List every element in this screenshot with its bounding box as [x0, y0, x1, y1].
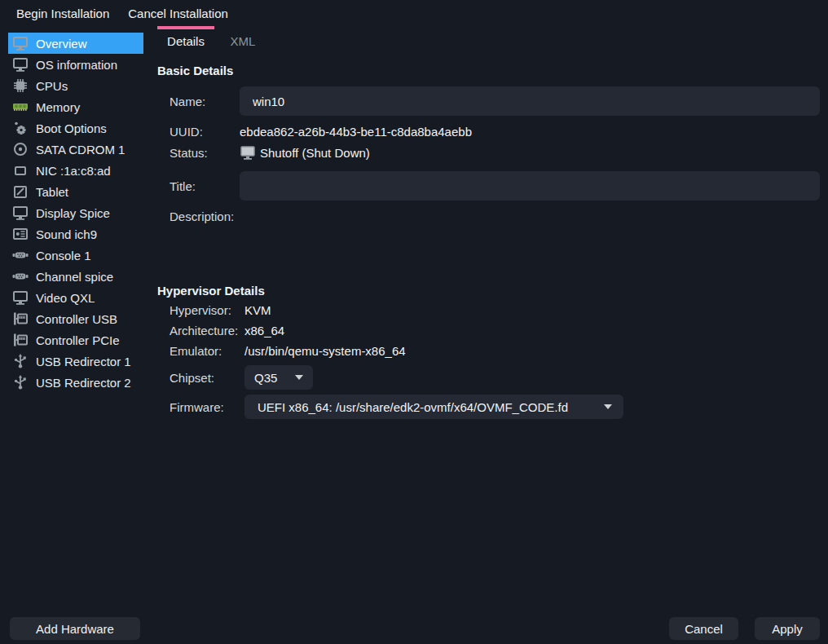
sidebar-item-usb-redirector-1[interactable]: USB Redirector 1: [8, 351, 143, 372]
sound-icon: [11, 226, 29, 242]
sidebar-item-label: USB Redirector 2: [36, 376, 131, 390]
sidebar-item-controller-pcie[interactable]: Controller PCIe: [8, 329, 143, 351]
firmware-select[interactable]: UEFI x86_64: /usr/share/edk2-ovmf/x64/OV…: [244, 395, 623, 419]
cancel-button[interactable]: Cancel: [669, 617, 738, 640]
name-label: Name:: [170, 95, 240, 108]
sidebar-item-label: Channel spice: [36, 270, 113, 284]
chipset-value: Q35: [254, 371, 277, 385]
serial-icon: [11, 247, 29, 263]
sidebar-item-overview[interactable]: Overview: [8, 33, 143, 54]
cpu-icon: [11, 77, 29, 94]
tablet-icon: [11, 183, 29, 200]
architecture-label: Architecture:: [170, 324, 244, 337]
architecture-value: x86_64: [244, 324, 284, 337]
title-row: Title:: [157, 171, 820, 201]
description-input[interactable]: [240, 207, 820, 277]
sidebar-item-label: OS information: [36, 58, 117, 72]
monitor-icon: [11, 205, 29, 221]
monitor-icon: [11, 56, 29, 73]
sidebar-item-memory[interactable]: Memory: [8, 96, 143, 117]
usb-icon: [11, 353, 29, 369]
emulator-value: /usr/bin/qemu-system-x86_64: [244, 344, 406, 358]
memory-icon: [11, 99, 29, 115]
firmware-label: Firmware:: [170, 400, 244, 414]
tab-details[interactable]: Details: [157, 26, 214, 51]
hardware-sidebar: OverviewOS informationCPUsMemoryBoot Opt…: [0, 26, 157, 393]
emulator-label: Emulator:: [170, 344, 244, 358]
uuid-value: ebdea862-a26b-44b3-be11-c8da8ba4aebb: [240, 125, 472, 139]
name-row: Name:: [157, 86, 820, 116]
sidebar-item-label: Boot Options: [36, 121, 107, 135]
sidebar-item-label: Tablet: [36, 185, 68, 199]
add-hardware-button[interactable]: Add Hardware: [10, 617, 140, 640]
sidebar-item-label: CPUs: [36, 79, 68, 93]
sidebar-item-cpus[interactable]: CPUs: [8, 75, 143, 96]
status-row: Status: Shutoff (Shut Down): [157, 142, 820, 163]
usb-icon: [11, 374, 29, 390]
sidebar-item-label: Controller PCIe: [36, 333, 120, 347]
controller-icon: [11, 311, 29, 327]
monitor-shutoff-icon: [240, 144, 256, 161]
apply-button[interactable]: Apply: [755, 617, 820, 640]
sidebar-item-channel-spice[interactable]: Channel spice: [8, 266, 143, 287]
emulator-row: Emulator: /usr/bin/qemu-system-x86_64: [157, 341, 820, 361]
gear-icon: [11, 120, 29, 136]
tab-bar: Details XML: [157, 26, 820, 51]
sidebar-item-display-spice[interactable]: Display Spice: [8, 202, 143, 223]
uuid-label: UUID:: [170, 125, 240, 139]
firmware-value: UEFI x86_64: /usr/share/edk2-ovmf/x64/OV…: [258, 400, 568, 414]
sidebar-item-nic-1a-c8-ad[interactable]: NIC :1a:c8:ad: [8, 160, 143, 181]
cancel-installation-button[interactable]: Cancel Installation: [128, 3, 228, 24]
sidebar-item-boot-options[interactable]: Boot Options: [8, 117, 143, 139]
chevron-down-icon: [604, 404, 612, 409]
status-label: Status:: [170, 146, 240, 160]
tab-xml[interactable]: XML: [219, 26, 266, 51]
hypervisor-label: Hypervisor:: [170, 303, 244, 317]
architecture-row: Architecture: x86_64: [157, 320, 820, 341]
footer-bar: Add Hardware Cancel Apply: [0, 617, 828, 640]
hypervisor-row: Hypervisor: KVM: [157, 300, 820, 320]
nic-icon: [11, 162, 29, 179]
title-input[interactable]: [240, 171, 820, 201]
sidebar-item-video-qxl[interactable]: Video QXL: [8, 287, 143, 308]
name-input[interactable]: [240, 86, 820, 116]
sidebar-item-tablet[interactable]: Tablet: [8, 181, 143, 202]
sidebar-item-label: Memory: [36, 100, 80, 114]
sidebar-item-controller-usb[interactable]: Controller USB: [8, 308, 143, 329]
sidebar-item-sound-ich9[interactable]: Sound ich9: [8, 223, 143, 245]
sidebar-item-label: SATA CDROM 1: [36, 143, 125, 157]
sidebar-item-label: Sound ich9: [36, 227, 97, 241]
hypervisor-value: KVM: [244, 303, 271, 317]
sidebar-item-label: Display Spice: [36, 206, 110, 220]
monitor-icon: [11, 289, 29, 306]
begin-installation-button[interactable]: Begin Installation: [16, 3, 109, 24]
details-panel: Details XML Basic Details Name: UUID: eb…: [157, 26, 828, 419]
sidebar-item-label: Overview: [36, 37, 87, 51]
disc-icon: [11, 141, 29, 157]
sidebar-item-os-information[interactable]: OS information: [8, 54, 143, 75]
sidebar-item-sata-cdrom-1[interactable]: SATA CDROM 1: [8, 139, 143, 160]
toolbar: Begin Installation Cancel Installation: [0, 0, 828, 26]
basic-details-heading: Basic Details: [157, 64, 820, 80]
sidebar-item-label: Video QXL: [36, 291, 95, 305]
sidebar-item-label: USB Redirector 1: [36, 355, 131, 368]
sidebar-item-label: Console 1: [36, 249, 91, 262]
sidebar-item-console-1[interactable]: Console 1: [8, 245, 143, 266]
serial-icon: [11, 268, 29, 285]
uuid-row: UUID: ebdea862-a26b-44b3-be11-c8da8ba4ae…: [157, 121, 820, 142]
sidebar-item-label: Controller USB: [36, 312, 117, 326]
firmware-row: Firmware: UEFI x86_64: /usr/share/edk2-o…: [157, 395, 820, 419]
description-row: Description:: [157, 207, 820, 282]
chipset-select[interactable]: Q35: [244, 365, 313, 390]
description-label: Description:: [170, 207, 240, 223]
status-value: Shutoff (Shut Down): [260, 146, 370, 160]
title-label: Title:: [170, 179, 240, 193]
chipset-label: Chipset:: [170, 371, 244, 385]
chipset-row: Chipset: Q35: [157, 365, 820, 390]
chevron-down-icon: [295, 375, 303, 380]
hardware-list: OverviewOS informationCPUsMemoryBoot Opt…: [8, 33, 143, 393]
hypervisor-details-heading: Hypervisor Details: [157, 284, 820, 300]
sidebar-item-label: NIC :1a:c8:ad: [36, 164, 111, 178]
sidebar-item-usb-redirector-2[interactable]: USB Redirector 2: [8, 372, 143, 393]
controller-icon: [11, 332, 29, 348]
